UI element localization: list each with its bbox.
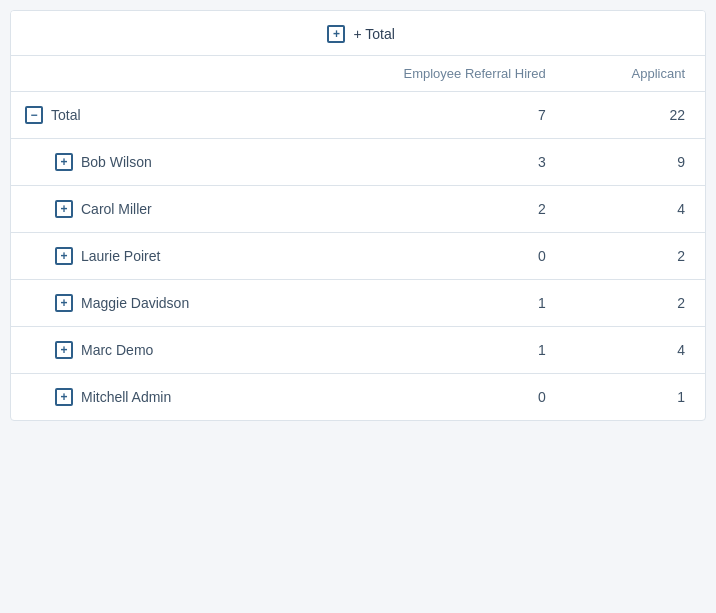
header-name-col	[11, 56, 313, 92]
row-person-name: Maggie Davidson	[81, 295, 189, 311]
row-expand-icon[interactable]: +	[55, 388, 73, 406]
total-row: − Total 7 22	[11, 92, 705, 139]
row-label-cell: + Maggie Davidson	[11, 280, 313, 327]
total-applicant-value: 22	[566, 92, 705, 139]
row-person-name: Mitchell Admin	[81, 389, 171, 405]
row-expand-icon[interactable]: +	[55, 341, 73, 359]
row-erh-value: 0	[313, 233, 565, 280]
row-label-cell: + Mitchell Admin	[11, 374, 313, 421]
total-erh-value: 7	[313, 92, 565, 139]
total-row-label-cell: − Total	[11, 92, 313, 139]
row-label-cell: + Bob Wilson	[11, 139, 313, 186]
header-employee-referral: Employee Referral Hired	[313, 56, 565, 92]
row-person-name: Carol Miller	[81, 201, 152, 217]
table-row: + Marc Demo 1 4	[11, 327, 705, 374]
row-expand-icon[interactable]: +	[55, 247, 73, 265]
row-applicant-value: 2	[566, 233, 705, 280]
table-row: + Mitchell Admin 0 1	[11, 374, 705, 421]
row-applicant-value: 4	[566, 327, 705, 374]
row-label-cell: + Marc Demo	[11, 327, 313, 374]
header-group-label: + Total	[353, 26, 394, 42]
row-label-cell: + Carol Miller	[11, 186, 313, 233]
row-erh-value: 2	[313, 186, 565, 233]
row-applicant-value: 2	[566, 280, 705, 327]
row-erh-value: 0	[313, 374, 565, 421]
table-row: + Bob Wilson 3 9	[11, 139, 705, 186]
table-row: + Laurie Poiret 0 2	[11, 233, 705, 280]
row-person-name: Marc Demo	[81, 342, 153, 358]
row-expand-icon[interactable]: +	[55, 294, 73, 312]
row-expand-icon[interactable]: +	[55, 153, 73, 171]
header-applicant-placeholder	[566, 11, 705, 56]
row-erh-value: 3	[313, 139, 565, 186]
row-expand-icon[interactable]: +	[55, 200, 73, 218]
header-empty-col	[11, 11, 313, 56]
header-applicant: Applicant	[566, 56, 705, 92]
row-label-cell: + Laurie Poiret	[11, 233, 313, 280]
row-erh-value: 1	[313, 327, 565, 374]
row-person-name: Bob Wilson	[81, 154, 152, 170]
total-collapse-icon[interactable]: −	[25, 106, 43, 124]
table-row: + Maggie Davidson 1 2	[11, 280, 705, 327]
row-applicant-value: 9	[566, 139, 705, 186]
row-erh-value: 1	[313, 280, 565, 327]
row-applicant-value: 1	[566, 374, 705, 421]
header-group-total: + + Total	[313, 11, 565, 56]
pivot-table: + + Total Employee Referral Hired Applic…	[10, 10, 706, 421]
total-group-expand-icon[interactable]: +	[327, 25, 345, 43]
row-person-name: Laurie Poiret	[81, 248, 160, 264]
table-row: + Carol Miller 2 4	[11, 186, 705, 233]
row-applicant-value: 4	[566, 186, 705, 233]
total-row-label: Total	[51, 107, 81, 123]
